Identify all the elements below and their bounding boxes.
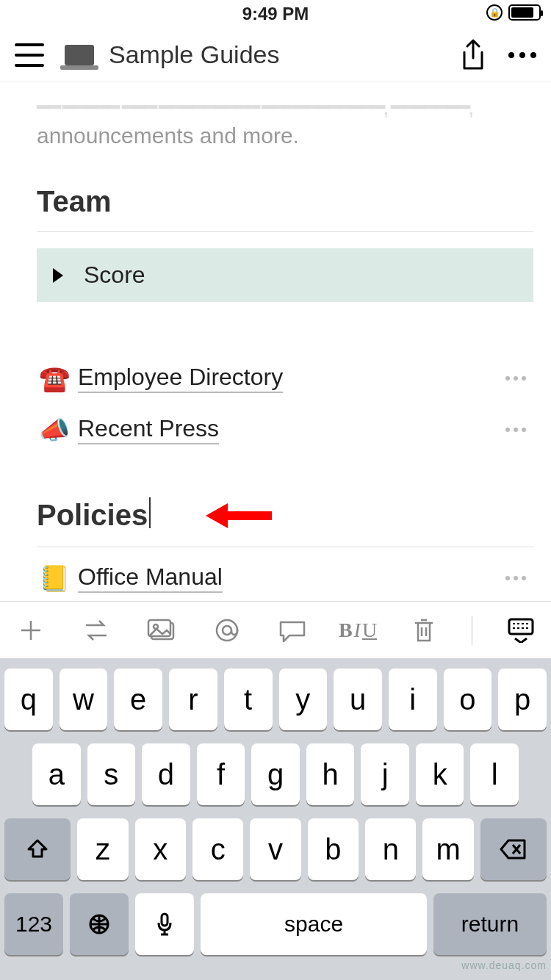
key-f[interactable]: f bbox=[197, 743, 245, 805]
svg-point-4 bbox=[223, 626, 231, 635]
page-title[interactable]: Sample Guides bbox=[109, 40, 458, 69]
divider bbox=[37, 231, 533, 232]
page-icon-laptop[interactable] bbox=[65, 45, 94, 65]
share-button[interactable] bbox=[458, 37, 488, 73]
add-block-button[interactable] bbox=[13, 618, 48, 643]
menu-button[interactable] bbox=[15, 43, 44, 67]
globe-key[interactable] bbox=[70, 893, 129, 955]
key-x[interactable]: x bbox=[135, 818, 186, 880]
page-content: ━━ ━━━━━ ━━━ ━━━━━━━━━ ━━━━━━━━━━━, ━━━━… bbox=[0, 82, 551, 593]
svg-rect-5 bbox=[509, 619, 533, 634]
toolbar-separator bbox=[472, 616, 472, 645]
return-key[interactable]: return bbox=[433, 893, 547, 955]
ios-keyboard: q w e r t y u i o p a s d f g h j k l z … bbox=[0, 658, 551, 980]
divider bbox=[37, 547, 533, 547]
mention-button[interactable] bbox=[209, 617, 244, 644]
space-key[interactable]: space bbox=[201, 893, 427, 955]
key-l[interactable]: l bbox=[470, 743, 519, 805]
page-link-office-manual[interactable]: 📒 Office Manual bbox=[37, 563, 533, 593]
key-p[interactable]: p bbox=[498, 669, 547, 730]
shift-key[interactable] bbox=[4, 818, 71, 880]
key-h[interactable]: h bbox=[306, 743, 355, 805]
key-u[interactable]: u bbox=[334, 669, 382, 730]
key-y[interactable]: y bbox=[279, 669, 328, 730]
keyboard-row-1: q w e r t y u i o p bbox=[4, 669, 547, 730]
more-button[interactable] bbox=[508, 52, 536, 58]
image-button[interactable] bbox=[144, 618, 179, 643]
key-t[interactable]: t bbox=[224, 669, 273, 730]
annotation-arrow-icon bbox=[206, 497, 272, 541]
toggle-arrow-icon bbox=[53, 268, 63, 283]
megaphone-icon: 📣 bbox=[37, 415, 72, 444]
delete-button[interactable] bbox=[406, 617, 441, 644]
intro-text[interactable]: ━━ ━━━━━ ━━━ ━━━━━━━━━ ━━━━━━━━━━━, ━━━━… bbox=[37, 82, 533, 150]
key-w[interactable]: w bbox=[60, 669, 108, 730]
key-b[interactable]: b bbox=[308, 818, 359, 880]
turn-into-button[interactable] bbox=[79, 618, 113, 643]
svg-point-3 bbox=[217, 620, 237, 641]
key-m[interactable]: m bbox=[422, 818, 473, 880]
editor-toolbar: BIU bbox=[0, 601, 551, 658]
battery-icon bbox=[508, 4, 541, 21]
key-j[interactable]: j bbox=[361, 743, 409, 805]
toggle-score[interactable]: Score bbox=[37, 248, 533, 302]
keyboard-row-3: z x c v b n m bbox=[4, 818, 547, 880]
key-z[interactable]: z bbox=[77, 818, 128, 880]
row-more-button[interactable] bbox=[505, 576, 526, 580]
key-e[interactable]: e bbox=[114, 669, 162, 730]
key-k[interactable]: k bbox=[416, 743, 464, 805]
status-time: 9:49 PM bbox=[242, 4, 309, 24]
keyboard-row-2: a s d f g h j k l bbox=[4, 743, 547, 805]
dismiss-keyboard-button[interactable] bbox=[503, 618, 538, 643]
notebook-icon: 📒 bbox=[37, 563, 72, 593]
page-link-recent-press[interactable]: 📣 Recent Press bbox=[37, 415, 533, 444]
toggle-label: Score bbox=[84, 262, 145, 289]
heading-policies-editing[interactable]: Policies bbox=[37, 497, 151, 532]
app-header: Sample Guides bbox=[0, 28, 551, 82]
comment-button[interactable] bbox=[275, 618, 309, 643]
status-bar: 9:49 PM 🔒 bbox=[0, 0, 551, 28]
key-a[interactable]: a bbox=[32, 743, 81, 805]
key-d[interactable]: d bbox=[142, 743, 190, 805]
row-more-button[interactable] bbox=[505, 376, 526, 381]
key-o[interactable]: o bbox=[444, 669, 492, 730]
text-style-button[interactable]: BIU bbox=[340, 619, 375, 642]
numbers-key[interactable]: 123 bbox=[4, 893, 63, 955]
key-g[interactable]: g bbox=[251, 743, 300, 805]
keyboard-row-4: 123 space return bbox=[4, 893, 547, 955]
backspace-key[interactable] bbox=[480, 818, 547, 880]
key-v[interactable]: v bbox=[250, 818, 300, 880]
key-q[interactable]: q bbox=[4, 669, 53, 730]
text-cursor bbox=[149, 497, 151, 528]
key-r[interactable]: r bbox=[169, 669, 217, 730]
key-c[interactable]: c bbox=[192, 818, 243, 880]
svg-rect-7 bbox=[162, 914, 168, 926]
watermark: www.deuaq.com bbox=[461, 959, 547, 971]
page-link-employee-directory[interactable]: ☎️ Employee Directory bbox=[37, 364, 533, 393]
row-more-button[interactable] bbox=[505, 428, 526, 432]
key-s[interactable]: s bbox=[87, 743, 136, 805]
dictation-key[interactable] bbox=[135, 893, 194, 955]
key-i[interactable]: i bbox=[389, 669, 437, 730]
key-n[interactable]: n bbox=[365, 818, 416, 880]
heading-team[interactable]: Team bbox=[37, 185, 533, 218]
rotation-lock-icon: 🔒 bbox=[486, 4, 503, 21]
telephone-icon: ☎️ bbox=[37, 364, 72, 393]
